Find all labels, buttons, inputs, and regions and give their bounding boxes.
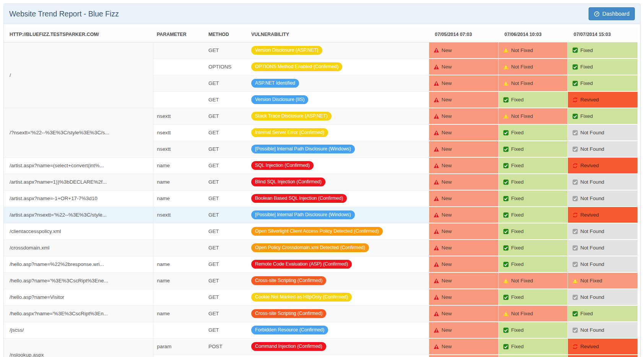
- vulnerability-badge[interactable]: Internal Server Error (Confirmed): [251, 128, 328, 137]
- warning-icon: [434, 81, 439, 86]
- status-cell-new: New: [429, 272, 498, 289]
- status-cell-fixed: Fixed: [568, 42, 637, 59]
- vulnerability-badge[interactable]: SQL Injection (Confirmed): [251, 161, 314, 170]
- url-cell: /jscss/: [4, 322, 153, 338]
- vulnerability-cell: [247, 355, 429, 357]
- status-cell-new: New: [429, 240, 498, 256]
- vulnerability-badge[interactable]: Version Disclosure (IIS): [251, 95, 308, 104]
- vulnerability-badge[interactable]: [Possible] Internal Path Disclosure (Win…: [251, 210, 355, 219]
- method-cell: OPTIONS: [205, 59, 247, 75]
- vulnerability-badge[interactable]: Command Injection (Confirmed): [251, 342, 326, 351]
- status-cell-fixed: Fixed: [498, 207, 568, 223]
- parameter-cell: [153, 355, 205, 357]
- status-label: Fixed: [511, 179, 524, 185]
- warning-icon: [434, 262, 439, 267]
- parameter-cell: [153, 91, 205, 108]
- vulnerability-cell: Cookie Not Marked as HttpOnly (Confirmed…: [247, 289, 429, 305]
- status-label: New: [442, 47, 452, 53]
- check-icon: [503, 295, 509, 300]
- warning-icon: [434, 179, 439, 185]
- status-label: Fixed: [511, 196, 524, 201]
- status-label: New: [442, 179, 452, 185]
- url-cell: /artist.aspx?name=(select+convert(int%..…: [4, 157, 153, 174]
- url-cell: /artist.aspx?nsextt='%22--%3E%3C/style..…: [4, 207, 153, 223]
- warning-icon: [503, 64, 509, 70]
- url-cell: /hello.asp?name=%22%2bresponse.wri...: [4, 256, 153, 272]
- check-icon: [503, 212, 509, 218]
- page-title: Website Trend Report - Blue Fizz: [9, 10, 119, 18]
- check-icon: [572, 262, 578, 267]
- vulnerability-cell: OPTIONS Method Enabled (Confirmed): [247, 59, 429, 75]
- vulnerability-cell: Open Silverlight Client Access Policy De…: [247, 223, 429, 240]
- check-icon: [572, 295, 578, 300]
- parameter-cell: name: [153, 157, 205, 174]
- method-cell: GET: [205, 272, 247, 289]
- status-cell-fixed: Fixed: [498, 157, 568, 174]
- dashboard-button[interactable]: Dashboard: [589, 7, 635, 20]
- url-cell: /artist.aspx?name=1))%3bDECLARE%2f...: [4, 174, 153, 190]
- status-label: Not Found: [581, 228, 605, 234]
- url-cell: /hello.asp?name=Visitor: [4, 289, 153, 305]
- warning-icon: [434, 295, 439, 300]
- status-cell-new: New: [429, 59, 498, 75]
- vulnerability-badge[interactable]: OPTIONS Method Enabled (Confirmed): [251, 62, 342, 71]
- column-header-method: METHOD: [205, 27, 247, 42]
- warning-icon: [503, 81, 509, 86]
- vulnerability-badge[interactable]: Remote Code Evaluation (ASP) (Confirmed): [251, 260, 352, 269]
- parameter-cell: [153, 322, 205, 338]
- url-cell: /nslookup.aspx: [4, 338, 153, 357]
- status-cell-new: New: [429, 124, 498, 141]
- status-cell-fixed: Fixed: [498, 355, 568, 357]
- table-row: /?nsextt='%22--%3E%3C/style%3E%3C/s...ns…: [4, 108, 637, 124]
- vulnerability-badge[interactable]: Stack Trace Disclosure (ASP.NET): [251, 112, 332, 121]
- status-label: Not Found: [581, 179, 605, 185]
- table-row: /clientaccesspolicy.xmlGETOpen Silverlig…: [4, 223, 637, 240]
- table-row: /hello.asp?name=VisitorGETCookie Not Mar…: [4, 289, 637, 305]
- status-label: New: [442, 64, 452, 70]
- vulnerability-badge[interactable]: Cross-site Scripting (Confirmed): [251, 309, 326, 318]
- warning-icon: [434, 97, 439, 103]
- vulnerability-cell: Version Disclosure (ASP.NET): [247, 42, 429, 59]
- vulnerability-badge[interactable]: [Possible] Internal Path Disclosure (Win…: [251, 145, 355, 153]
- status-label: Fixed: [511, 245, 524, 251]
- column-header-scan-3: 07/07/2014 15:03: [568, 27, 637, 42]
- warning-icon: [434, 163, 439, 168]
- vulnerability-badge[interactable]: Forbidden Resource (Confirmed): [251, 326, 328, 334]
- warning-icon: [434, 147, 439, 152]
- vulnerability-badge[interactable]: Open Policy Crossdomain.xml Detected (Co…: [251, 243, 369, 252]
- table-row: /GETVersion Disclosure (ASP.NET)NewNot F…: [4, 42, 637, 59]
- vulnerability-badge[interactable]: Version Disclosure (ASP.NET): [251, 46, 322, 55]
- status-cell-notfixed: Not Fixed: [498, 305, 568, 322]
- vulnerability-badge[interactable]: ASP.NET Identified: [251, 79, 299, 88]
- parameter-cell: name: [153, 174, 205, 190]
- check-icon: [572, 130, 578, 135]
- status-cell-new: New: [429, 141, 498, 157]
- warning-icon: [503, 114, 509, 119]
- vulnerability-badge[interactable]: Open Silverlight Client Access Policy De…: [251, 227, 383, 236]
- status-label: Not Fixed: [511, 113, 533, 119]
- status-label: Fixed: [511, 294, 524, 300]
- status-cell-notfound: Not Found: [568, 174, 637, 190]
- status-cell-revived: Revived: [568, 355, 637, 357]
- check-icon: [503, 97, 509, 103]
- status-cell-new: New: [429, 322, 498, 338]
- vulnerability-badge[interactable]: Boolean Based SQL Injection (Confirmed): [251, 194, 347, 203]
- status-label: New: [442, 344, 452, 349]
- status-label: Not Fixed: [511, 64, 533, 70]
- status-cell-fixed: Fixed: [498, 141, 568, 157]
- status-cell-notfixed: Not Fixed: [498, 272, 568, 289]
- status-label: New: [442, 278, 452, 284]
- vulnerability-cell: [Possible] Internal Path Disclosure (Win…: [247, 207, 429, 223]
- url-cell: /hello.aspx?name='%3E%3CscRipt%3En...: [4, 305, 153, 322]
- status-cell-notfound: Not Found: [568, 141, 637, 157]
- status-label: Not Fixed: [511, 278, 533, 284]
- vulnerability-cell: Internal Server Error (Confirmed): [247, 124, 429, 141]
- table-row: /hello.aspx?name='%3E%3CscRipt%3En...nam…: [4, 305, 637, 322]
- status-cell-fixed: Fixed: [498, 256, 568, 272]
- status-label: Not Fixed: [511, 47, 533, 53]
- vulnerability-badge[interactable]: Blind SQL Injection (Confirmed): [251, 178, 325, 186]
- vulnerability-badge[interactable]: Cookie Not Marked as HttpOnly (Confirmed…: [251, 293, 352, 302]
- vulnerability-badge[interactable]: Cross-site Scripting (Confirmed): [251, 276, 326, 285]
- table-row: /crossdomain.xmlGETOpen Policy Crossdoma…: [4, 240, 637, 256]
- status-cell-fixed: Fixed: [498, 124, 568, 141]
